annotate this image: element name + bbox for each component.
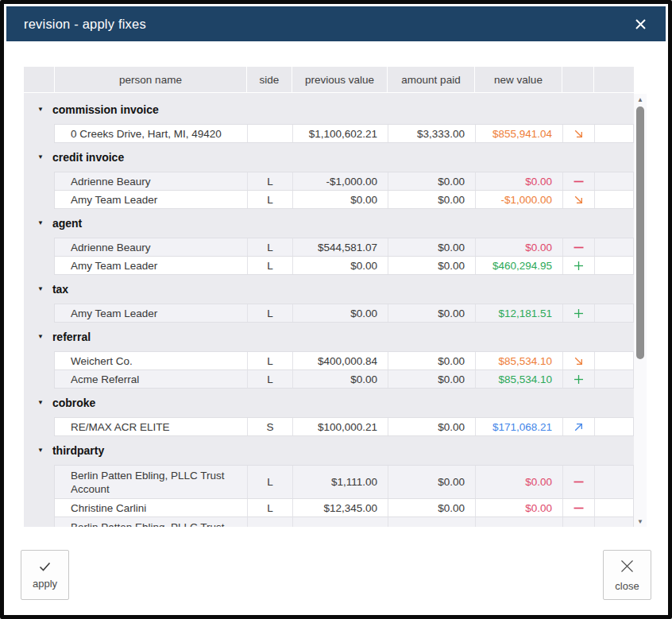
group-label: thirdparty [52,444,104,457]
plus-icon [573,373,585,385]
side-cell: L [247,352,292,369]
person-name-cell: Weichert Co. [55,352,247,369]
change-indicator-cell [562,257,594,274]
amount-paid-cell: $0.00 [388,418,475,435]
person-name-cell: Amy Team Leader [55,304,247,322]
previous-value-cell: $400,000.84 [292,352,388,369]
new-value-cell: $855,941.04 [475,125,562,142]
side-cell: L [247,499,292,516]
close-button[interactable]: close [603,550,651,600]
previous-value-cell: $544,581.07 [292,238,388,256]
vertical-scrollbar[interactable]: ▲ ▼ [634,94,647,527]
new-value-cell: $85,534.10 [475,370,562,388]
table-row: Amy Team LeaderL$0.00$0.00$460,294.95 [54,256,634,275]
group-label: tax [52,283,68,296]
table-row: Weichert Co.L$400,000.84$0.00$85,534.10 [54,351,634,370]
table-body: ▼commission invoice0 Creeks Drive, Hart,… [24,93,634,527]
side-cell: L [247,172,292,190]
arrow-down-right-icon [573,128,585,140]
group-header-referral[interactable]: ▼referral [24,323,634,351]
side-cell: L [247,238,292,256]
person-name-cell: Christine Carlini [55,499,247,516]
dash-icon [573,242,585,253]
arrow-down-right-icon [573,194,585,206]
table-row: Berlin Patten Ebling, PLLC Trust Account [54,516,634,527]
group-header-credit-invoice[interactable]: ▼credit invoice [24,143,634,172]
person-name-cell: Adrienne Beaury [55,238,247,256]
close-icon [619,558,635,575]
scrollbar-down-arrow-icon[interactable]: ▼ [634,516,647,527]
spacer-cell [594,304,633,322]
collapse-triangle-icon: ▼ [37,333,44,340]
amount-paid-cell: $0.00 [388,304,475,322]
spacer-cell [594,466,633,498]
collapse-triangle-icon: ▼ [37,153,44,161]
dialog-titlebar: revision - apply fixes [6,6,666,41]
previous-value-cell: $0.00 [292,191,388,208]
group-header-cobroke[interactable]: ▼cobroke [24,389,634,417]
group-header-thirdparty[interactable]: ▼thirdparty [24,436,634,465]
table-header-row: person name side previous value amount p… [24,67,634,93]
change-indicator-cell [562,125,594,142]
person-name-cell: RE/MAX ACR ELITE [55,418,247,435]
previous-value-cell: $0.00 [292,257,388,274]
group-label: cobroke [52,397,95,409]
new-value-cell: $0.00 [475,466,562,498]
new-value-cell: -$1,000.00 [475,191,562,208]
group-label: agent [52,217,82,230]
change-indicator-cell [562,191,594,208]
previous-value-cell: $100,000.21 [292,418,388,435]
spacer-cell [594,517,633,527]
arrow-up-right-icon [573,421,585,433]
previous-value-cell: $1,100,602.21 [292,125,388,142]
change-indicator-cell [562,499,594,516]
header-change-icon-column [562,67,593,92]
change-indicator-cell [562,304,594,322]
apply-button[interactable]: apply [21,550,69,600]
spacer-cell [594,191,633,208]
previous-value-cell: $1,111.00 [292,466,388,498]
collapse-triangle-icon: ▼ [37,219,44,226]
spacer-cell [594,370,633,388]
collapse-triangle-icon: ▼ [37,285,44,292]
amount-paid-cell [388,517,475,527]
spacer-cell [594,125,633,142]
table-row: RE/MAX ACR ELITES$100,000.21$0.00$171,06… [54,417,634,436]
person-name-cell: 0 Creeks Drive, Hart, MI, 49420 [55,125,247,142]
spacer-cell [594,499,633,516]
header-new-value: new value [474,67,562,92]
previous-value-cell: $0.00 [292,304,388,322]
group-label: commission invoice [52,103,159,116]
spacer-cell [594,257,633,274]
dialog-window: revision - apply fixes person name side … [0,0,672,619]
amount-paid-cell: $0.00 [388,466,475,498]
group-header-tax[interactable]: ▼tax [24,275,634,304]
amount-paid-cell: $0.00 [388,172,475,190]
titlebar-close-icon[interactable] [632,16,648,32]
scrollbar-up-arrow-icon[interactable]: ▲ [634,94,647,105]
dash-icon [573,476,585,488]
new-value-cell: $0.00 [475,499,562,516]
amount-paid-cell: $0.00 [388,238,475,256]
person-name-cell: Amy Team Leader [55,257,247,274]
person-name-cell: Berlin Patten Ebling, PLLC Trust Account [55,517,247,527]
previous-value-cell [292,517,388,527]
previous-value-cell: $0.00 [292,370,388,388]
amount-paid-cell: $0.00 [388,370,475,388]
group-header-agent[interactable]: ▼agent [24,209,634,238]
header-side: side [246,67,292,92]
table-row: Amy Team LeaderL$0.00$0.00$12,181.51 [54,304,634,323]
plus-icon [573,260,585,272]
spacer-cell [594,172,633,190]
person-name-cell: Amy Team Leader [55,191,247,208]
close-button-label: close [615,580,639,592]
side-cell: L [247,370,292,388]
scrollbar-thumb[interactable] [636,106,644,359]
previous-value-cell: $12,345.00 [292,499,388,516]
person-name-cell: Berlin Patten Ebling, PLLC Trust Account [55,466,247,498]
group-label: referral [52,331,91,343]
collapse-triangle-icon: ▼ [37,447,44,454]
change-indicator-cell [562,517,594,527]
change-indicator-cell [562,466,594,498]
group-header-commission-invoice[interactable]: ▼commission invoice [24,95,634,124]
